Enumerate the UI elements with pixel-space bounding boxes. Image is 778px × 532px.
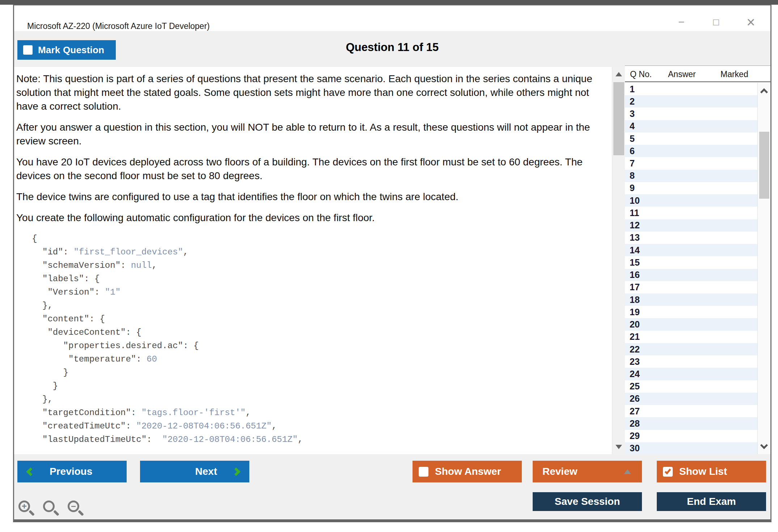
footer-bar: Previous Next Show Answer Review Show Li…: [14, 454, 770, 519]
question-row[interactable]: 13: [625, 232, 757, 244]
next-button[interactable]: Next: [140, 461, 249, 482]
next-label: Next: [195, 466, 217, 477]
save-session-button[interactable]: Save Session: [533, 492, 642, 511]
question-row[interactable]: 22: [625, 343, 757, 355]
question-row[interactable]: 6: [625, 145, 757, 157]
question-row[interactable]: 12: [625, 219, 757, 232]
question-row[interactable]: 9: [625, 182, 757, 194]
question-row[interactable]: 28: [625, 417, 757, 430]
question-number: 1: [630, 84, 635, 94]
question-row[interactable]: 27: [625, 405, 757, 417]
question-row[interactable]: 11: [625, 207, 757, 219]
zoom-in-icon[interactable]: +: [18, 501, 37, 519]
question-number: 8: [630, 170, 635, 181]
scroll-up-icon[interactable]: [616, 72, 622, 76]
question-list-panel: Q No. Answer Marked 12345678910111213141…: [625, 66, 770, 454]
close-icon[interactable]: ×: [744, 15, 758, 29]
question-paragraph: The device twins are configured to use a…: [16, 190, 602, 204]
previous-label: Previous: [50, 466, 92, 477]
question-list: 1234567891011121314151617181920212223242…: [625, 83, 757, 455]
save-session-label: Save Session: [555, 496, 620, 507]
question-number: 23: [630, 356, 640, 367]
scroll-down-icon[interactable]: [760, 442, 768, 449]
code-line: "deviceContent": {: [16, 326, 608, 339]
code-line: "properties.desired.ac": {: [16, 339, 608, 352]
window-title: Microsoft AZ-220 (Microsoft Azure IoT De…: [27, 21, 210, 31]
question-row[interactable]: 21: [625, 331, 757, 343]
content-scrollbar-thumb[interactable]: [613, 82, 624, 155]
question-list-scrollbar[interactable]: [757, 83, 770, 455]
review-button[interactable]: Review: [533, 461, 642, 482]
question-row[interactable]: 20: [625, 318, 757, 330]
question-number: 4: [630, 121, 635, 131]
question-row[interactable]: 5: [625, 132, 757, 145]
question-row[interactable]: 30: [625, 442, 757, 455]
question-number: 29: [630, 431, 640, 441]
question-number: 16: [630, 270, 640, 280]
question-row[interactable]: 4: [625, 120, 757, 132]
question-number: 9: [630, 183, 635, 193]
column-marked: Marked: [720, 69, 748, 79]
question-row[interactable]: 3: [625, 107, 757, 120]
show-answer-checkbox[interactable]: [419, 467, 428, 477]
question-number: 10: [630, 195, 640, 206]
scroll-up-icon[interactable]: [760, 88, 768, 96]
minimize-icon[interactable]: −: [674, 15, 689, 29]
previous-button[interactable]: Previous: [17, 461, 127, 482]
code-line: "Version": "1": [16, 286, 608, 299]
scroll-down-icon[interactable]: [616, 445, 622, 449]
question-number: 22: [630, 344, 640, 355]
code-line: "labels": {: [16, 272, 608, 286]
show-answer-button[interactable]: Show Answer: [413, 461, 522, 482]
question-number: 14: [630, 245, 640, 256]
question-content-area: Note: This question is part of a series …: [14, 67, 612, 454]
question-row[interactable]: 23: [625, 355, 757, 368]
question-number: 27: [630, 406, 640, 417]
maximize-icon[interactable]: □: [709, 15, 723, 29]
question-row[interactable]: 2: [625, 95, 757, 107]
question-row[interactable]: 17: [625, 281, 757, 294]
question-number: 3: [630, 109, 635, 119]
question-row[interactable]: 19: [625, 306, 757, 318]
question-row[interactable]: 10: [625, 194, 757, 207]
question-paragraph: After you answer a question in this sect…: [16, 121, 602, 148]
chevron-left-icon: [26, 467, 35, 476]
question-number: 13: [630, 232, 640, 243]
question-row[interactable]: 14: [625, 244, 757, 256]
question-paragraph: You have 20 IoT devices deployed across …: [16, 155, 602, 183]
question-list-scrollbar-thumb[interactable]: [759, 132, 769, 199]
question-row[interactable]: 1: [625, 83, 757, 95]
question-counter: Question 11 of 15: [14, 41, 770, 54]
show-list-checkbox[interactable]: [663, 467, 673, 477]
exam-app-window: Microsoft AZ-220 (Microsoft Azure IoT De…: [13, 5, 771, 522]
question-number: 2: [630, 96, 635, 107]
code-line: "createdTimeUtc": "2020-12-08T04:06:56.6…: [16, 419, 608, 433]
search-icon[interactable]: [43, 501, 61, 519]
question-row[interactable]: 18: [625, 294, 757, 306]
question-row[interactable]: 15: [625, 256, 757, 269]
question-paragraph: Note: This question is part of a series …: [16, 72, 602, 113]
question-row[interactable]: 26: [625, 393, 757, 405]
question-number: 5: [630, 134, 635, 144]
zoom-toolbar: + −: [18, 501, 86, 519]
column-answer: Answer: [668, 69, 696, 79]
question-row[interactable]: 29: [625, 430, 757, 442]
question-number: 17: [630, 282, 640, 292]
code-line: }: [16, 379, 608, 393]
question-row[interactable]: 24: [625, 368, 757, 380]
code-line: "schemaVersion": null,: [16, 259, 608, 272]
question-number: 25: [630, 381, 640, 392]
question-number: 20: [630, 319, 640, 330]
end-exam-button[interactable]: End Exam: [657, 492, 766, 511]
zoom-out-icon[interactable]: −: [68, 501, 86, 519]
code-block: { "id": "first_floor_devices", "schemaVe…: [16, 232, 608, 446]
question-row[interactable]: 16: [625, 269, 757, 281]
content-scrollbar[interactable]: [612, 67, 625, 454]
show-list-button[interactable]: Show List: [657, 461, 766, 482]
question-row[interactable]: 8: [625, 170, 757, 182]
question-row[interactable]: 25: [625, 380, 757, 393]
question-row[interactable]: 7: [625, 157, 757, 169]
show-answer-label: Show Answer: [435, 466, 501, 477]
show-list-label: Show List: [679, 466, 727, 477]
window-top-edge: [0, 0, 778, 5]
